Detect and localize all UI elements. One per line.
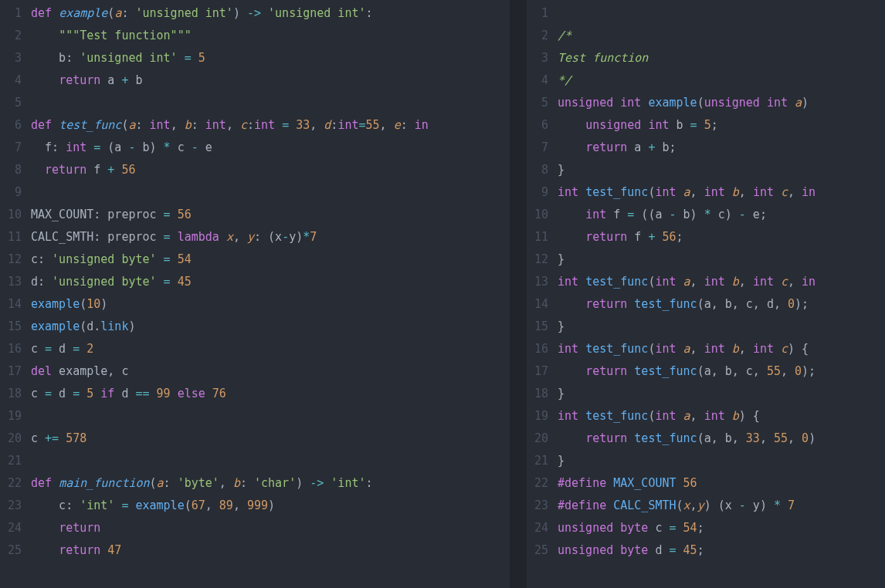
right-editor-pane[interactable]: 1234567891011121314151617181920212223242… <box>527 0 885 588</box>
code-line[interactable]: return test_func(a, b, c, 55, 0); <box>558 360 815 383</box>
token-op: * <box>164 140 171 154</box>
code-line[interactable]: unsigned byte d = 45; <box>558 539 815 562</box>
token-typ: int <box>558 275 578 289</box>
code-line[interactable]: def test_func(a: int, b: int, c:int = 33… <box>31 114 429 137</box>
code-line[interactable] <box>31 92 429 114</box>
code-line[interactable]: } <box>558 159 815 181</box>
line-number: 10 <box>527 204 553 226</box>
code-line[interactable]: return a + b; <box>558 137 815 159</box>
line-number: 8 <box>0 159 26 181</box>
line-number: 12 <box>0 248 26 271</box>
token-var <box>627 431 634 445</box>
token-var <box>774 185 781 199</box>
code-line[interactable]: Test function <box>558 47 815 69</box>
code-line[interactable]: } <box>558 316 815 338</box>
token-par: e <box>394 118 401 132</box>
code-line[interactable]: CALC_SMTH: preproc = lambda x, y: (x-y)*… <box>31 226 429 248</box>
right-code[interactable]: /*Test function*/unsigned int example(un… <box>558 2 815 562</box>
code-line[interactable]: c = d = 5 if d == 99 else 76 <box>31 383 429 405</box>
token-op: = <box>73 342 80 356</box>
code-line[interactable]: return 47 <box>31 539 429 562</box>
token-par: y <box>697 498 704 512</box>
code-line[interactable]: #define CALC_SMTH(x,y) (x - y) * 7 <box>558 495 815 517</box>
code-line[interactable]: unsigned int example(unsigned int a) <box>558 92 815 114</box>
token-typ: unsigned <box>704 96 760 110</box>
code-line[interactable]: } <box>558 383 815 405</box>
code-line[interactable] <box>31 405 429 427</box>
code-line[interactable]: example(10) <box>31 293 429 316</box>
token-var: , <box>690 275 704 289</box>
token-num: 2 <box>86 342 93 356</box>
code-line[interactable]: b: 'unsigned int' = 5 <box>31 47 429 69</box>
code-line[interactable]: return f + 56 <box>31 159 429 181</box>
line-number: 15 <box>527 316 553 338</box>
code-line[interactable]: */ <box>558 69 815 92</box>
code-line[interactable] <box>31 181 429 204</box>
token-var <box>558 140 585 154</box>
code-line[interactable]: unsigned int b = 5; <box>558 114 815 137</box>
code-line[interactable]: return <box>31 517 429 539</box>
code-line[interactable]: /* <box>558 25 815 47</box>
line-number: 22 <box>0 472 26 495</box>
code-line[interactable]: del example, c <box>31 360 429 383</box>
left-code[interactable]: def example(a: 'unsigned int') -> 'unsig… <box>31 2 429 562</box>
pane-divider[interactable] <box>510 0 527 588</box>
code-line[interactable]: """Test function""" <box>31 25 429 47</box>
token-var <box>86 140 93 154</box>
token-par: b <box>732 185 739 199</box>
token-var <box>578 409 585 423</box>
token-num: 54 <box>178 252 192 266</box>
token-var <box>558 208 585 221</box>
code-line[interactable] <box>558 2 815 25</box>
left-editor-pane[interactable]: 1234567891011121314151617181920212223242… <box>0 0 510 588</box>
line-number: 17 <box>0 360 26 383</box>
token-var <box>192 51 198 65</box>
token-op: = <box>358 118 365 132</box>
token-op: * <box>303 230 310 244</box>
token-kw: return <box>585 364 627 378</box>
token-op: = <box>670 543 676 557</box>
code-line[interactable]: return a + b <box>31 69 429 92</box>
code-line[interactable]: int f = ((a - b) * c) - e; <box>558 204 815 226</box>
code-line[interactable]: unsigned byte c = 54; <box>558 517 815 539</box>
line-number: 4 <box>0 69 26 92</box>
code-line[interactable]: example(d.link) <box>31 316 429 338</box>
code-line[interactable]: MAX_COUNT: preproc = 56 <box>31 204 429 226</box>
code-line[interactable]: int test_func(int a, int b, int c, in <box>558 271 815 293</box>
code-line[interactable]: def main_function(a: 'byte', b: 'char') … <box>31 472 429 495</box>
token-var <box>171 275 178 289</box>
code-line[interactable]: return test_func(a, b, 33, 55, 0) <box>558 427 815 450</box>
code-line[interactable]: int test_func(int a, int b, int c, in <box>558 181 815 204</box>
code-line[interactable]: c = d = 2 <box>31 338 429 360</box>
code-line[interactable]: #define MAX_COUNT 56 <box>558 472 815 495</box>
token-var <box>178 51 185 65</box>
token-typ: int <box>150 118 171 132</box>
code-line[interactable]: d: 'unsigned byte' = 45 <box>31 271 429 293</box>
token-var: ) <box>268 498 275 512</box>
token-op: = <box>164 230 171 244</box>
token-par: x <box>226 230 233 244</box>
token-var: } <box>558 163 565 177</box>
token-call: example <box>31 319 80 333</box>
code-line[interactable]: def example(a: 'unsigned int') -> 'unsig… <box>31 2 429 25</box>
code-line[interactable]: c: 'int' = example(67, 89, 999) <box>31 495 429 517</box>
token-var: b <box>670 118 690 132</box>
code-line[interactable]: } <box>558 450 815 472</box>
token-cmt2: /* <box>558 29 571 42</box>
code-line[interactable]: c: 'unsigned byte' = 54 <box>31 248 429 271</box>
code-line[interactable]: int test_func(int a, int b) { <box>558 405 815 427</box>
line-number: 6 <box>527 114 553 137</box>
token-var: : <box>164 476 178 490</box>
code-line[interactable] <box>31 450 429 472</box>
token-kw: return <box>59 521 100 535</box>
code-line[interactable]: c += 578 <box>31 427 429 450</box>
code-line[interactable]: int test_func(int a, int b, int c) { <box>558 338 815 360</box>
token-fn: example <box>59 6 107 20</box>
token-par: a <box>683 342 690 356</box>
token-typ: int <box>558 185 578 199</box>
code-line[interactable]: return f + 56; <box>558 226 815 248</box>
code-line[interactable]: } <box>558 248 815 271</box>
code-line[interactable]: f: int = (a - b) * c - e <box>31 137 429 159</box>
code-line[interactable]: return test_func(a, b, c, d, 0); <box>558 293 815 316</box>
token-var: c <box>648 521 669 535</box>
